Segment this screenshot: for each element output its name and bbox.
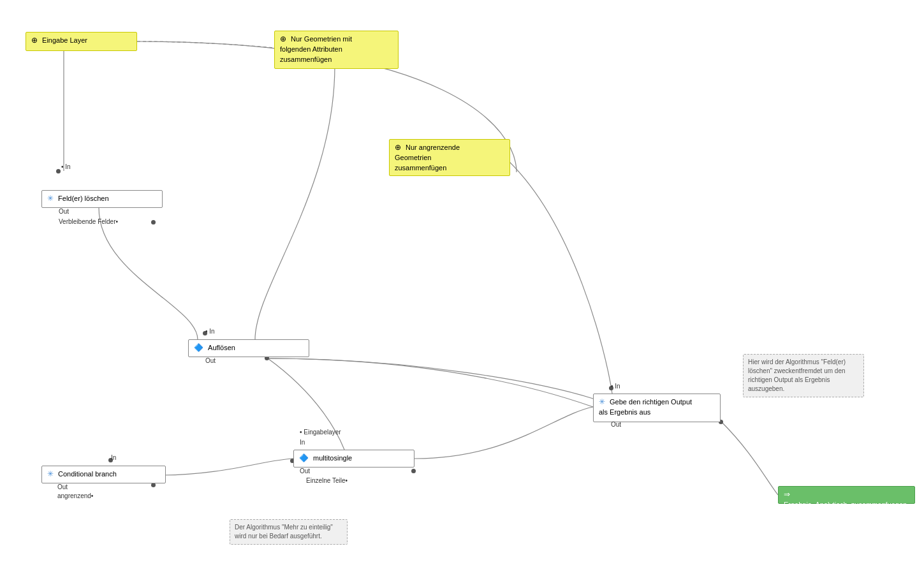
port-label-verbleibend: Verbleibende Felder• xyxy=(59,218,118,225)
port-label-out-gebe: Out xyxy=(611,421,621,428)
multitosingle-label: multitosingle xyxy=(313,454,352,462)
node-eingabe-layer[interactable]: ⊕ Eingabe Layer xyxy=(26,32,137,51)
port-label-out-cond: Out xyxy=(57,483,68,490)
comment-multitosingle: Der Algorithmus "Mehr zu einteilig" wird… xyxy=(230,519,348,545)
node-nur-geometrien-attr[interactable]: ⊕ Nur Geometrien mitfolgenden Attributen… xyxy=(274,31,399,69)
node-conditional-branch[interactable]: ✳ Conditional branch xyxy=(41,466,166,483)
conditional-branch-label: Conditional branch xyxy=(58,470,117,478)
port-label-in-cond: In xyxy=(111,454,116,461)
aufloesen-icon: 🔷 xyxy=(194,342,203,353)
eingabe-layer-label: Eingabe Layer xyxy=(42,36,87,44)
feld-loeschen-icon: ✳ xyxy=(47,193,54,204)
port-label-eingabelayer: • Eingabelayer xyxy=(300,429,341,436)
port-label-out-multi: Out xyxy=(300,468,310,475)
node-gebe-output[interactable]: ✳ Gebe den richtigen Outputals Ergebnis … xyxy=(593,394,721,422)
port-dot-verbleibend xyxy=(151,220,156,225)
port-label-out-aufloesen: Out xyxy=(205,357,216,364)
port-dot-in-feld xyxy=(56,169,61,173)
nur-angrenzende-icon: ⊕ xyxy=(395,142,401,153)
comment-feld-loeschen: Hier wird der Algorithmus "Feld(er) lösc… xyxy=(743,354,864,397)
aufloesen-label: Auflösen xyxy=(208,344,235,351)
port-dot-out-multi xyxy=(411,469,416,473)
port-label-in-feld: • In xyxy=(61,163,71,170)
nur-geometrien-attr-icon: ⊕ xyxy=(280,34,286,45)
port-label-out-feld: Out xyxy=(59,208,69,215)
node-feld-loeschen[interactable]: ✳ Feld(er) löschen xyxy=(41,190,163,208)
comment-feld-loeschen-text: Hier wird der Algorithmus "Feld(er) lösc… xyxy=(748,358,846,392)
ergebnis-icon: ⇒ xyxy=(784,489,790,500)
eingabe-layer-icon: ⊕ xyxy=(31,35,38,46)
comment-multitosingle-text: Der Algorithmus "Mehr zu einteilig" wird… xyxy=(235,524,333,540)
conditional-branch-icon: ✳ xyxy=(47,469,54,480)
nur-geometrien-attr-label: Nur Geometrien mitfolgenden Attributenzu… xyxy=(280,35,352,63)
node-multitosingle[interactable]: 🔷 multitosingle xyxy=(293,450,414,468)
workflow-canvas: ⊕ Eingabe Layer ⊕ Nur Geometrien mitfolg… xyxy=(0,0,924,567)
ergebnis-label: Ergebnis_Analytisch_zusammenfuegen xyxy=(784,501,907,508)
nur-angrenzende-label: Nur angrenzendeGeometrienzusammenfügen xyxy=(395,144,460,172)
port-label-einzelne: Einzelne Teile• xyxy=(306,477,348,484)
node-ergebnis[interactable]: ⇒ Ergebnis_Analytisch_zusammenfuegen xyxy=(778,486,915,504)
port-dot-angrenzend xyxy=(151,483,156,487)
port-label-in-multi: In xyxy=(300,439,305,446)
port-label-angrenzend: angrenzend• xyxy=(57,492,93,499)
node-aufloesen[interactable]: 🔷 Auflösen xyxy=(188,339,309,357)
feld-loeschen-label: Feld(er) löschen xyxy=(58,195,108,202)
multitosingle-icon: 🔷 xyxy=(299,453,309,464)
port-label-in-gebe: • In xyxy=(611,383,620,390)
node-nur-angrenzende[interactable]: ⊕ Nur angrenzendeGeometrienzusammenfügen xyxy=(389,139,510,176)
port-label-in-aufloesen: • In xyxy=(205,328,215,335)
gebe-output-label: Gebe den richtigen Outputals Ergebnis au… xyxy=(599,398,692,416)
gebe-output-icon: ✳ xyxy=(599,397,605,408)
